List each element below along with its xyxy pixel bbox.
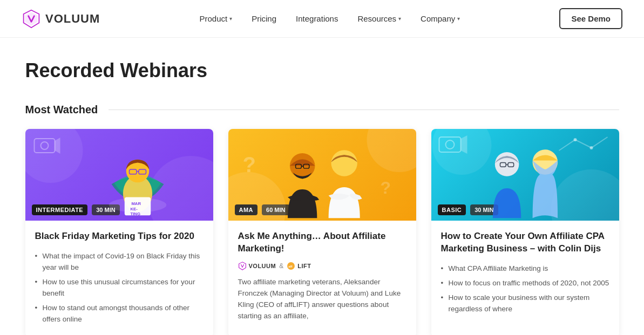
header: VOLUUM Product ▾ Pricing Integrations Re… <box>0 0 644 38</box>
card-1-bullets: What the impact of Covid-19 on Black Fri… <box>35 249 204 327</box>
nav-company[interactable]: Company ▾ <box>413 10 467 28</box>
svg-point-36 <box>494 152 519 176</box>
section-header: Most Watched <box>25 104 619 116</box>
svg-text:?: ? <box>242 153 255 176</box>
list-item: How to use this unusual circumstances fo… <box>35 275 204 301</box>
svg-text:MAR: MAR <box>131 201 141 206</box>
list-item: What the impact of Covid-19 on Black Fri… <box>35 249 204 275</box>
logo-amp: & <box>279 262 283 270</box>
logo-icon <box>22 9 41 29</box>
svg-marker-6 <box>55 138 60 154</box>
card-2-body: Ask Me Anything… About Affiliate Marketi… <box>228 221 416 333</box>
card-3-thumbnail: BASIC 30 MIN <box>431 129 619 221</box>
voluum-icon-small <box>238 262 247 270</box>
see-demo-button[interactable]: See Demo <box>559 8 622 29</box>
svg-text:?: ? <box>380 178 391 197</box>
card-3-title: How to Create Your Own Affiliate CPA Mar… <box>441 230 609 255</box>
card-3-bullets: What CPA Affiliate Marketing is How to f… <box>441 262 609 317</box>
svg-text:TING: TING <box>130 211 140 216</box>
nav-integrations[interactable]: Integrations <box>288 10 345 28</box>
badge-level-2: AMA <box>235 204 258 215</box>
lift-icon: aff <box>287 262 295 270</box>
list-item: How to stand out amongst thousands of ot… <box>35 301 204 327</box>
svg-point-35 <box>589 146 593 149</box>
list-item: How to scale your business with our syst… <box>441 291 609 317</box>
svg-rect-31 <box>439 137 460 152</box>
main-content: Recorded Webinars Most Watched <box>15 38 630 335</box>
svg-rect-4 <box>34 139 55 153</box>
person-figures-2 <box>263 137 382 221</box>
cards-grid: MAR KE- TING INTERMEDIATE 30 MIN Black F… <box>25 129 619 335</box>
lift-logo: aff LIFT <box>287 262 311 270</box>
nav-pricing[interactable]: Pricing <box>244 10 284 28</box>
svg-point-2 <box>25 129 83 183</box>
section-divider <box>109 110 619 110</box>
list-item: What CPA Affiliate Marketing is <box>441 262 609 276</box>
card-1-title: Black Friday Marketing Tips for 2020 <box>35 230 204 243</box>
card-2-description: Two affiliate marketing veterans, Aleksa… <box>238 277 406 322</box>
badge-level-3: BASIC <box>438 204 466 215</box>
svg-point-25 <box>331 150 357 176</box>
person-figures-3 <box>466 137 585 221</box>
card-2-thumbnail: ? ? <box>228 129 416 221</box>
card-3[interactable]: BASIC 30 MIN How to Create Your Own Affi… <box>431 129 619 335</box>
chevron-down-icon: ▾ <box>457 16 460 22</box>
voluum-logo-small: VOLUUM <box>238 262 276 270</box>
list-item: How to focus on traffic methods of 2020,… <box>441 276 609 291</box>
logo[interactable]: VOLUUM <box>22 9 100 29</box>
badge-level-1: INTERMEDIATE <box>32 204 88 215</box>
card-3-body: How to Create Your Own Affiliate CPA Mar… <box>431 221 619 327</box>
card-2-logos: VOLUUM & aff LIFT <box>238 262 406 270</box>
card-2-title: Ask Me Anything… About Affiliate Marketi… <box>238 230 406 255</box>
card-1[interactable]: MAR KE- TING INTERMEDIATE 30 MIN Black F… <box>25 129 213 335</box>
svg-marker-26 <box>239 262 246 270</box>
chevron-down-icon: ▾ <box>398 16 401 22</box>
svg-text:aff: aff <box>288 265 292 268</box>
nav-resources[interactable]: Resources ▾ <box>350 10 409 28</box>
logo-text: VOLUUM <box>45 12 100 26</box>
person-figure-1: MAR KE- TING <box>94 137 181 221</box>
main-nav: Product ▾ Pricing Integrations Resources… <box>192 10 467 28</box>
section-title: Most Watched <box>25 104 98 116</box>
svg-point-32 <box>445 140 454 149</box>
svg-point-5 <box>40 142 48 149</box>
chevron-down-icon: ▾ <box>229 16 232 22</box>
nav-product[interactable]: Product ▾ <box>192 10 240 28</box>
card-1-thumbnail: MAR KE- TING INTERMEDIATE 30 MIN <box>25 129 213 221</box>
card-1-body: Black Friday Marketing Tips for 2020 Wha… <box>25 221 213 335</box>
card-2[interactable]: ? ? <box>228 129 416 335</box>
svg-text:KE-: KE- <box>130 207 138 211</box>
page-title: Recorded Webinars <box>25 59 619 82</box>
